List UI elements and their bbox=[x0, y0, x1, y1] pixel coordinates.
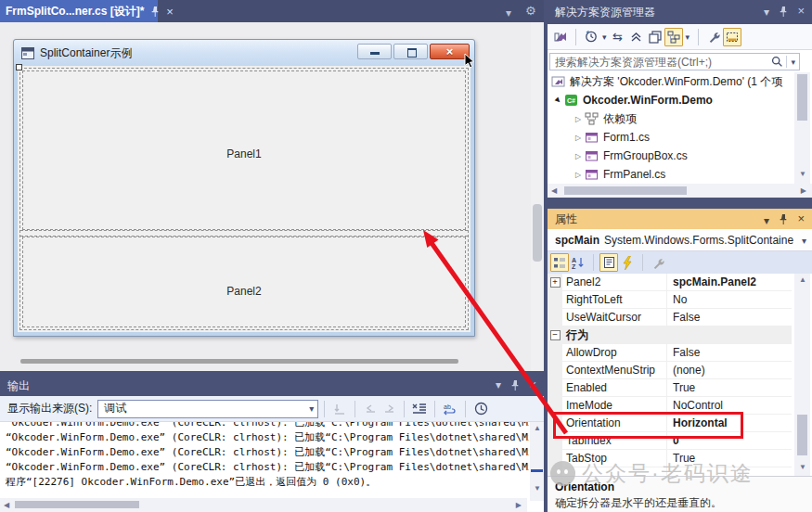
tree-hscrollbar[interactable]: ◀ ▶ bbox=[548, 184, 812, 198]
tree-item--[interactable]: ▷依赖项 bbox=[548, 109, 792, 128]
splitter-line-top[interactable] bbox=[20, 230, 468, 231]
property-value[interactable]: Horizontal bbox=[667, 416, 792, 429]
property-row-usewaitcursor[interactable]: UseWaitCursorFalse bbox=[548, 309, 792, 326]
property-value[interactable]: True bbox=[667, 452, 792, 465]
expand-chevron-icon[interactable]: ▷ bbox=[572, 134, 585, 142]
next-message-icon[interactable] bbox=[380, 400, 398, 418]
scroll-down-icon[interactable]: ▼ bbox=[534, 485, 541, 493]
designed-form[interactable]: SplitContainer示例 × Panel1 Panel2 bbox=[13, 39, 475, 337]
splitter-line-bottom[interactable] bbox=[20, 236, 468, 237]
close-icon[interactable]: × bbox=[529, 378, 536, 390]
designer-vscroll-thumb[interactable] bbox=[533, 204, 542, 262]
scroll-right-icon[interactable]: ▶ bbox=[801, 187, 806, 195]
property-row-righttoleft[interactable]: RightToLeftNo bbox=[548, 291, 792, 309]
preview-selected-items-icon[interactable] bbox=[723, 28, 741, 46]
word-wrap-icon[interactable]: ab bbox=[441, 400, 459, 418]
property-value[interactable]: spcMain.Panel2 bbox=[667, 275, 792, 288]
sync-active-document-icon[interactable]: ⇆ bbox=[609, 28, 627, 46]
scroll-up-icon[interactable]: ▲ bbox=[534, 425, 541, 432]
property-row-imemode[interactable]: ImeModeNoControl bbox=[548, 397, 792, 415]
scroll-down-icon[interactable]: ▼ bbox=[799, 171, 806, 178]
tab-frmsplitcontainer-designer[interactable]: FrmSplitCo...ner.cs [设计]* × bbox=[0, 0, 158, 22]
property-row-blank[interactable] bbox=[548, 467, 792, 476]
collapse-chevron-icon[interactable]: ▼ bbox=[550, 93, 566, 109]
properties-title-bar[interactable]: 属性 ▾ × bbox=[548, 209, 812, 229]
pin-icon[interactable] bbox=[150, 6, 160, 17]
collapse-icon[interactable]: − bbox=[550, 330, 561, 340]
scroll-left-icon[interactable]: ◀ bbox=[551, 187, 557, 195]
chevron-down-icon[interactable]: ▾ bbox=[602, 32, 607, 42]
properties-view-icon[interactable] bbox=[599, 253, 618, 272]
switch-views-icon[interactable] bbox=[551, 28, 570, 46]
chevron-down-icon[interactable]: ▾ bbox=[686, 32, 690, 42]
solution-explorer-title-bar[interactable]: 解决方案资源管理器 ▾ × bbox=[548, 0, 812, 24]
chevron-down-icon[interactable]: ▾ bbox=[791, 58, 795, 67]
tree-item-frmpanel-cs[interactable]: ▷FrmPanel.cs bbox=[548, 165, 792, 184]
property-row-tabstop[interactable]: TabStopTrue bbox=[548, 450, 792, 467]
expand-chevron-icon[interactable]: ▷ bbox=[572, 152, 585, 160]
window-position-chevron-icon[interactable]: ▾ bbox=[496, 379, 501, 390]
window-position-chevron-icon[interactable]: ▾ bbox=[764, 215, 769, 226]
splitcontainer-control[interactable]: Panel1 Panel2 bbox=[18, 66, 470, 332]
designer-surface[interactable]: SplitContainer示例 × Panel1 Panel2 bbox=[0, 22, 544, 371]
property-value[interactable]: No bbox=[667, 293, 792, 306]
tab-list-chevron-icon[interactable]: ▾ bbox=[506, 6, 511, 19]
designer-hscroll-thumb[interactable] bbox=[20, 359, 458, 364]
collapse-all-icon[interactable] bbox=[627, 28, 646, 46]
property-row-allowdrop[interactable]: AllowDropFalse bbox=[548, 344, 792, 362]
find-message-icon[interactable] bbox=[330, 400, 349, 418]
output-hscrollbar[interactable]: ◀ ▶ bbox=[0, 498, 527, 512]
grid-vscrollbar[interactable]: ▲ ▼ bbox=[794, 274, 810, 476]
maximize-button[interactable] bbox=[393, 44, 428, 59]
property-row-panel2[interactable]: +Panel2spcMain.Panel2 bbox=[548, 274, 792, 291]
settings-gear-icon[interactable]: ⚙ bbox=[525, 4, 536, 18]
scroll-up-icon[interactable]: ▲ bbox=[799, 276, 806, 284]
toolwindow-splitter[interactable] bbox=[548, 198, 812, 209]
show-all-files-icon[interactable] bbox=[664, 28, 683, 46]
selection-grab-handle[interactable] bbox=[16, 64, 22, 70]
pin-icon[interactable] bbox=[779, 6, 788, 17]
property-row-enabled[interactable]: EnabledTrue bbox=[548, 379, 792, 397]
expand-chevron-icon[interactable]: ▷ bbox=[572, 115, 585, 123]
minimize-button[interactable] bbox=[357, 44, 392, 59]
output-hscroll-thumb[interactable] bbox=[15, 501, 139, 508]
output-vscrollbar[interactable]: ▲ ▼ bbox=[530, 422, 544, 501]
tree-hscroll-thumb[interactable] bbox=[564, 186, 687, 195]
pending-changes-filter-icon[interactable] bbox=[582, 28, 600, 46]
property-row-orientation[interactable]: OrientationHorizontal bbox=[548, 415, 792, 432]
object-selector[interactable]: spcMain System.Windows.Forms.SplitContai… bbox=[548, 229, 812, 251]
property-row-contextmenustrip[interactable]: ContextMenuStrip(none) bbox=[548, 362, 792, 379]
property-value[interactable]: NoControl bbox=[667, 399, 792, 412]
chevron-down-icon[interactable]: ▾ bbox=[802, 236, 806, 246]
tree-item-okcoder-winform-demo[interactable]: ▼C#Okcoder.WinForm.Demo bbox=[548, 91, 792, 109]
clear-all-icon[interactable] bbox=[410, 400, 429, 418]
solution-search-input[interactable] bbox=[550, 56, 768, 69]
tree-item--okcoder-winform-demo-1-[interactable]: 解决方案 'Okcoder.WinForm.Demo' (1 个项 bbox=[548, 72, 792, 91]
property-value[interactable]: True bbox=[667, 381, 792, 394]
output-source-combobox[interactable]: 调试 ▾ bbox=[97, 400, 318, 418]
grid-vscroll-thumb[interactable] bbox=[797, 415, 807, 455]
property-value[interactable]: 0 bbox=[667, 434, 792, 447]
property-row-tabindex[interactable]: TabIndex0 bbox=[548, 432, 792, 450]
scroll-right-icon[interactable]: ▶ bbox=[516, 502, 522, 509]
events-lightning-icon[interactable] bbox=[618, 253, 637, 272]
properties-wrench-icon[interactable] bbox=[704, 28, 723, 46]
categorized-view-icon[interactable] bbox=[550, 253, 569, 272]
copy-properties-icon[interactable] bbox=[646, 28, 664, 46]
close-icon[interactable]: × bbox=[797, 212, 805, 224]
tree-item-frmgroupbox-cs[interactable]: ▷FrmGroupBox.cs bbox=[548, 147, 792, 165]
tree-vscroll-thumb[interactable] bbox=[797, 74, 807, 121]
expand-chevron-icon[interactable]: ▷ bbox=[572, 171, 585, 179]
property-value[interactable]: (none) bbox=[667, 364, 792, 377]
search-icon[interactable] bbox=[771, 56, 783, 68]
timestamps-icon[interactable] bbox=[471, 400, 490, 418]
scroll-left-icon[interactable]: ◀ bbox=[4, 502, 9, 509]
output-log[interactable]: “Okcoder.WinForm.Demo.exe” (CoreCLR: clr… bbox=[0, 422, 529, 499]
close-icon[interactable]: × bbox=[797, 5, 805, 17]
close-icon[interactable]: × bbox=[166, 6, 174, 18]
property-value[interactable]: False bbox=[667, 311, 792, 324]
tree-item-form1-cs[interactable]: ▷Form1.cs bbox=[548, 128, 792, 147]
property-value[interactable]: False bbox=[667, 346, 792, 359]
designer-vscrollbar[interactable] bbox=[531, 22, 544, 371]
output-title-bar[interactable]: 输出 ▾ × bbox=[0, 376, 544, 396]
